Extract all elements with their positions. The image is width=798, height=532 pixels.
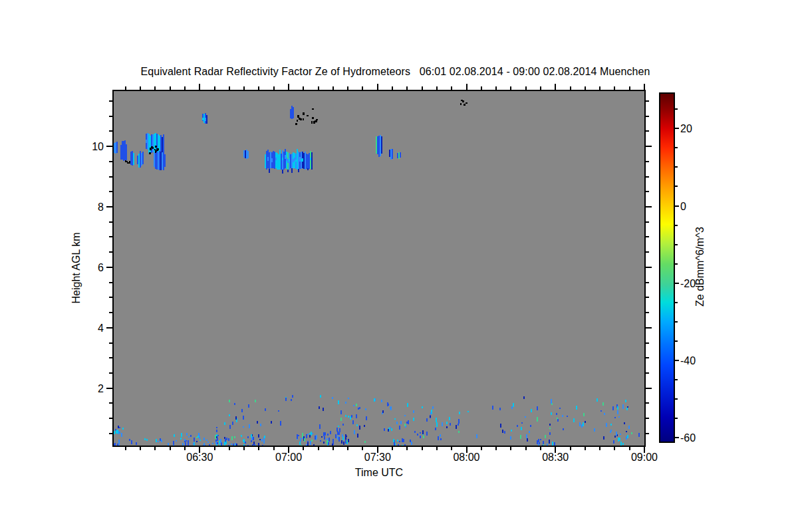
clutter-cell	[338, 432, 340, 435]
clutter-cell	[531, 409, 532, 412]
clutter-cell	[247, 436, 249, 438]
clutter-cell	[190, 435, 192, 437]
clutter-cell	[627, 435, 628, 438]
clutter-cell	[549, 440, 550, 444]
clutter-cell	[511, 406, 513, 409]
clutter-cell	[261, 439, 263, 442]
clutter-cell	[396, 422, 398, 424]
clutter-cell	[168, 443, 169, 446]
clutter-cell	[325, 432, 326, 436]
x-minor-tick-mirror	[481, 86, 482, 90]
clutter-cell	[207, 442, 209, 443]
y-minor-tick	[109, 297, 112, 298]
clutter-cell	[537, 443, 538, 444]
colorbar-major-tick	[675, 205, 679, 207]
x-major-tick-mirror	[377, 84, 378, 90]
x-minor-tick	[422, 447, 423, 450]
clutter-cell	[118, 445, 120, 446]
x-minor-tick	[540, 447, 541, 450]
clutter-cell	[253, 437, 254, 440]
x-minor-tick-mirror	[303, 86, 304, 90]
clutter-cell	[517, 425, 518, 427]
clutter-cell	[411, 442, 412, 445]
clutter-cell	[332, 397, 333, 399]
clutter-cell	[243, 426, 244, 428]
y-minor-tick	[109, 402, 112, 404]
clutter-cell	[234, 436, 235, 438]
clutter-cell	[324, 436, 325, 440]
clutter-cell	[438, 436, 439, 440]
clutter-cell	[356, 404, 357, 406]
clutter-cell	[310, 441, 311, 445]
y-tick-label: 8	[70, 201, 104, 213]
clutter-cell	[301, 445, 302, 446]
clutter-cell	[420, 432, 421, 434]
clutter-cell	[280, 421, 281, 426]
clutter-cell	[436, 422, 438, 427]
colorbar-minor-tick	[675, 398, 678, 400]
clutter-cell	[422, 406, 423, 409]
clutter-cell	[559, 408, 561, 409]
black-speck	[125, 160, 126, 162]
clutter-cell	[323, 432, 325, 437]
clutter-cell	[521, 422, 523, 424]
x-minor-tick	[510, 447, 511, 450]
clutter-cell	[426, 432, 428, 436]
clutter-cell	[340, 418, 342, 421]
clutter-cell	[583, 413, 585, 416]
clutter-cell	[356, 414, 357, 419]
y-minor-tick	[109, 116, 112, 117]
clutter-cell	[597, 398, 598, 402]
echo-column	[116, 142, 118, 152]
clutter-cell	[298, 435, 299, 436]
clutter-cell	[402, 438, 403, 442]
x-minor-tick-mirror	[229, 86, 230, 90]
x-minor-tick	[495, 447, 497, 450]
echo-column	[142, 152, 144, 164]
x-minor-tick	[214, 447, 215, 450]
clutter-cell	[348, 398, 349, 399]
clutter-cell	[394, 443, 395, 446]
x-minor-tick-mirror	[258, 86, 259, 90]
x-major-tick-mirror	[644, 84, 645, 90]
clutter-cell	[622, 404, 624, 409]
clutter-cell	[456, 425, 457, 430]
colorbar-tick-label: -40	[680, 355, 711, 367]
x-minor-tick-mirror	[599, 86, 600, 90]
clutter-cell	[539, 442, 540, 444]
clutter-cell	[430, 416, 431, 418]
x-tick-label: 07:00	[269, 452, 309, 464]
clutter-cell	[399, 441, 400, 443]
clutter-cell	[622, 443, 624, 445]
clutter-cell	[435, 428, 436, 430]
clutter-cell	[219, 445, 221, 446]
x-tick-label: 08:30	[535, 452, 575, 464]
clutter-cell	[549, 424, 551, 426]
clutter-cell	[243, 416, 244, 420]
clutter-cell	[216, 427, 217, 429]
clutter-cell	[182, 443, 184, 446]
clutter-cell	[399, 426, 400, 430]
black-speck	[466, 102, 467, 104]
y-minor-tick-mirror	[646, 372, 649, 374]
y-minor-tick-mirror	[646, 282, 649, 283]
clutter-cell	[426, 418, 428, 422]
y-minor-tick-mirror	[646, 191, 649, 192]
clutter-cell	[291, 399, 292, 402]
y-minor-tick	[109, 357, 112, 358]
clutter-cell	[602, 402, 604, 406]
echo-drip	[298, 169, 299, 172]
x-minor-tick-mirror	[184, 86, 186, 90]
clutter-cell	[547, 444, 548, 446]
clutter-cell	[446, 426, 448, 428]
clutter-cell	[122, 428, 124, 430]
y-minor-tick	[109, 130, 112, 132]
clutter-cell	[136, 442, 137, 445]
clutter-cell	[345, 437, 346, 440]
x-minor-tick-mirror	[125, 86, 126, 90]
clutter-cell	[537, 417, 538, 422]
clutter-cell	[554, 442, 555, 446]
colorbar-major-tick	[675, 283, 679, 284]
x-minor-tick-mirror	[629, 86, 630, 90]
clutter-cell	[631, 432, 632, 434]
